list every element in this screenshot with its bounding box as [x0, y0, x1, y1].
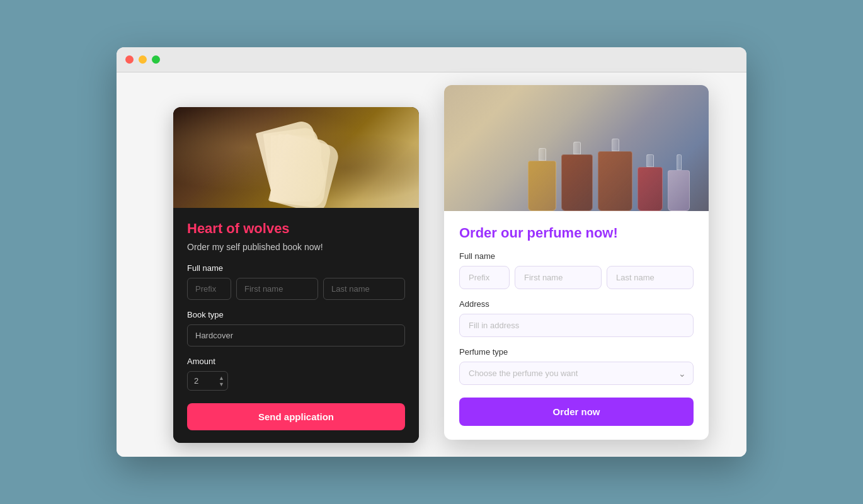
send-application-button[interactable]: Send application	[187, 403, 405, 430]
perfume-type-select[interactable]: Choose the perfume you want Floral Woody…	[459, 362, 694, 385]
maximize-button[interactable]	[152, 55, 160, 64]
address-label: Address	[459, 299, 694, 309]
amount-input-wrapper: ▲ ▼	[187, 371, 228, 391]
close-button[interactable]	[125, 55, 134, 64]
book-subtitle: Order my self published book now!	[187, 242, 405, 252]
perfume-type-select-wrapper: Choose the perfume you want Floral Woody…	[459, 362, 694, 385]
browser-titlebar	[117, 47, 746, 72]
amount-up-button[interactable]: ▲	[219, 375, 224, 381]
minimize-button[interactable]	[139, 55, 147, 64]
first-name-input[interactable]	[236, 278, 318, 300]
address-input[interactable]	[459, 314, 694, 337]
bottle-4	[637, 154, 663, 211]
perfume-type-label: Perfume type	[459, 347, 694, 357]
perfume-card-image	[444, 85, 709, 211]
browser-content: Heart of wolves Order my self published …	[117, 72, 746, 457]
perfume-title: Order our perfume now!	[459, 225, 694, 241]
book-title: Heart of wolves	[187, 220, 405, 237]
bottle-5	[668, 154, 690, 211]
perfume-card-body: Order our perfume now! Full name Address…	[444, 211, 709, 440]
amount-spinners: ▲ ▼	[219, 375, 224, 387]
book-card-image	[173, 107, 419, 208]
amount-label: Amount	[187, 357, 405, 366]
perfume-bottles	[528, 139, 690, 211]
last-name-input[interactable]	[323, 278, 405, 300]
book-type-label: Book type	[187, 310, 405, 319]
book-type-select[interactable]: Hardcover Paperback Ebook	[187, 324, 405, 346]
prefix-input[interactable]	[187, 278, 231, 300]
bottle-2	[561, 142, 593, 211]
browser-window: Heart of wolves Order my self published …	[117, 47, 746, 457]
order-now-button[interactable]: Order now	[459, 398, 694, 426]
full-name-label: Full name	[187, 263, 405, 273]
bottle-3	[598, 139, 632, 211]
bottle-1	[528, 148, 556, 211]
perfume-name-row	[459, 266, 694, 289]
perfume-prefix-input[interactable]	[459, 266, 510, 289]
perfume-first-name-input[interactable]	[515, 266, 602, 289]
name-row	[187, 278, 405, 300]
amount-down-button[interactable]: ▼	[219, 381, 224, 387]
perfume-last-name-input[interactable]	[607, 266, 694, 289]
book-card-body: Heart of wolves Order my self published …	[173, 208, 419, 443]
perfume-form-card: Order our perfume now! Full name Address…	[444, 85, 709, 440]
book-form-card: Heart of wolves Order my self published …	[173, 107, 419, 443]
amount-row: ▲ ▼	[187, 371, 405, 391]
perfume-full-name-label: Full name	[459, 251, 694, 261]
